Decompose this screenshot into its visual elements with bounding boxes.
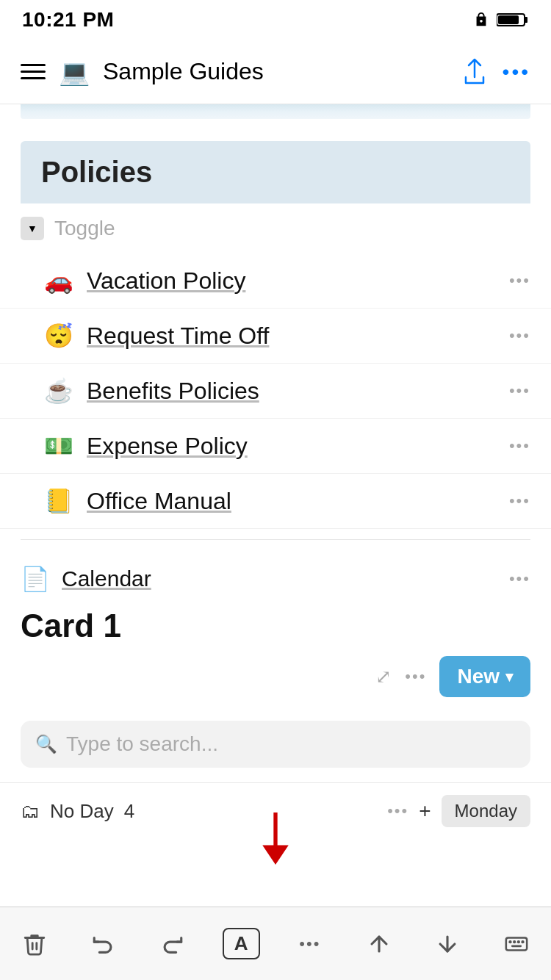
toggle-label: Toggle bbox=[54, 217, 115, 240]
policy-item-vacation[interactable]: 🚗 Vacation Policy ••• bbox=[0, 253, 551, 309]
delete-button[interactable] bbox=[5, 922, 64, 966]
filter-day-button[interactable]: Monday bbox=[442, 795, 530, 827]
policies-title: Policies bbox=[41, 156, 152, 188]
calendar-left: 📄 Calendar bbox=[21, 565, 151, 593]
vacation-more-icon[interactable]: ••• bbox=[509, 271, 530, 290]
download-button[interactable] bbox=[418, 922, 477, 966]
status-bar: 10:21 PM bbox=[0, 0, 551, 40]
svg-rect-1 bbox=[525, 17, 527, 23]
new-button-label: New bbox=[457, 665, 500, 688]
card-toolbar: ⤢ ••• New ▾ bbox=[21, 656, 530, 697]
filter-icon: 🗂 bbox=[21, 800, 40, 823]
filter-label: No Day bbox=[50, 800, 114, 823]
nav-left: 💻 Sample Guides bbox=[21, 57, 264, 87]
policy-item-office[interactable]: 📒 Office Manual ••• bbox=[0, 474, 551, 529]
timeoff-more-icon[interactable]: ••• bbox=[509, 326, 530, 345]
search-placeholder: Type to search... bbox=[66, 732, 218, 756]
office-more-icon[interactable]: ••• bbox=[509, 491, 530, 511]
expense-emoji: 💵 bbox=[44, 432, 73, 460]
benefits-more-icon[interactable]: ••• bbox=[509, 381, 530, 400]
redo-button[interactable] bbox=[143, 922, 201, 966]
policy-item-timeoff[interactable]: 😴 Request Time Off ••• bbox=[0, 309, 551, 364]
format-button[interactable]: A bbox=[212, 922, 270, 966]
search-container[interactable]: 🔍 Type to search... bbox=[21, 721, 530, 768]
card-toolbar-more[interactable]: ••• bbox=[405, 667, 426, 686]
nav-right: ••• bbox=[463, 58, 530, 86]
svg-rect-7 bbox=[506, 937, 527, 950]
policies-header: Policies bbox=[21, 141, 530, 203]
new-button-chevron: ▾ bbox=[505, 668, 513, 685]
timeoff-emoji: 😴 bbox=[44, 322, 73, 350]
undo-button[interactable] bbox=[74, 922, 133, 966]
vacation-policy-name: Vacation Policy bbox=[87, 267, 509, 295]
battery-icon bbox=[497, 12, 529, 28]
status-time: 10:21 PM bbox=[22, 8, 114, 32]
format-label: A bbox=[223, 928, 260, 959]
card-title: Card 1 bbox=[21, 608, 530, 644]
card-section: Card 1 ⤢ ••• New ▾ bbox=[0, 600, 551, 721]
bottom-toolbar: A ••• bbox=[0, 907, 551, 980]
svg-marker-4 bbox=[262, 845, 289, 865]
nav-bar: 💻 Sample Guides ••• bbox=[0, 40, 551, 104]
policy-item-benefits[interactable]: ☕ Benefits Policies ••• bbox=[0, 364, 551, 419]
search-icon: 🔍 bbox=[35, 734, 57, 754]
scroll-hint bbox=[21, 104, 530, 119]
calendar-more-icon[interactable]: ••• bbox=[509, 569, 530, 588]
lock-icon bbox=[473, 12, 489, 28]
nav-title: Sample Guides bbox=[103, 58, 264, 85]
more-button[interactable]: ••• bbox=[503, 60, 530, 84]
filter-count: 4 bbox=[124, 800, 134, 823]
toggle-arrow-icon[interactable]: ▼ bbox=[21, 217, 44, 240]
menu-button[interactable] bbox=[21, 64, 46, 79]
calendar-name[interactable]: Calendar bbox=[62, 566, 151, 591]
keyboard-button[interactable] bbox=[487, 922, 546, 966]
policy-item-expense[interactable]: 💵 Expense Policy ••• bbox=[0, 419, 551, 474]
calendar-section: 📄 Calendar ••• bbox=[0, 550, 551, 600]
policies-section: Policies ▼ Toggle 🚗 Vacation Policy ••• … bbox=[0, 141, 551, 529]
new-button[interactable]: New ▾ bbox=[439, 656, 530, 697]
upload-button[interactable] bbox=[350, 922, 408, 966]
benefits-emoji: ☕ bbox=[44, 377, 73, 405]
expense-policy-name: Expense Policy bbox=[87, 433, 509, 460]
toggle-row[interactable]: ▼ Toggle bbox=[0, 203, 551, 253]
filter-more-icon[interactable]: ••• bbox=[387, 801, 408, 821]
more-dots-icon: ••• bbox=[299, 934, 320, 954]
benefits-policy-name: Benefits Policies bbox=[87, 378, 509, 405]
expense-more-icon[interactable]: ••• bbox=[509, 436, 530, 455]
section-divider-1 bbox=[21, 539, 530, 540]
svg-rect-2 bbox=[498, 15, 519, 24]
app-icon: 💻 bbox=[59, 57, 90, 87]
office-manual-name: Office Manual bbox=[87, 488, 509, 515]
main-content: Policies ▼ Toggle 🚗 Vacation Policy ••• … bbox=[0, 141, 551, 839]
vacation-emoji: 🚗 bbox=[44, 267, 73, 295]
share-button[interactable] bbox=[463, 58, 486, 86]
calendar-doc-icon: 📄 bbox=[21, 565, 50, 593]
filter-row: 🗂 No Day 4 ••• + Monday bbox=[0, 782, 551, 839]
calendar-row: 📄 Calendar ••• bbox=[21, 565, 530, 593]
timeoff-policy-name: Request Time Off bbox=[87, 323, 509, 350]
filter-add-button[interactable]: + bbox=[419, 799, 431, 823]
expand-icon[interactable]: ⤢ bbox=[375, 666, 392, 688]
office-emoji: 📒 bbox=[44, 487, 73, 515]
status-icons bbox=[473, 12, 529, 28]
more-options-button[interactable]: ••• bbox=[281, 922, 339, 966]
